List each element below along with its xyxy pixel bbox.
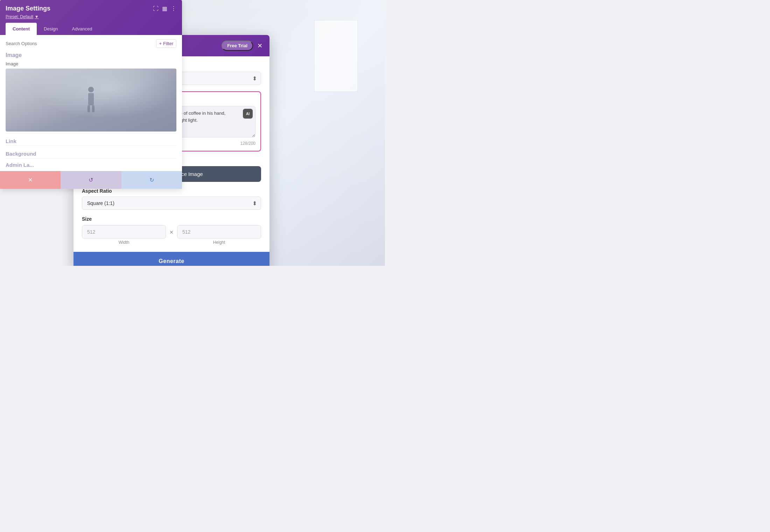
modal-close-button[interactable]: ✕ (257, 43, 262, 49)
modal-footer: Generate (74, 252, 270, 266)
person-silhouette (84, 86, 98, 114)
svg-rect-1 (88, 93, 94, 105)
undo-button[interactable]: ↺ (61, 171, 121, 189)
preset-selector[interactable]: Preset: Default ▼ (6, 14, 176, 19)
svg-rect-3 (92, 105, 94, 112)
office-window-decoration (315, 21, 357, 91)
panel-body: + Filter Image Image Link Background Adm… (0, 35, 182, 172)
svg-point-0 (88, 87, 94, 92)
tab-advanced[interactable]: Advanced (65, 23, 99, 35)
tab-content[interactable]: Content (6, 23, 37, 35)
modal-header-right: Free Trial ✕ (222, 41, 262, 51)
panel-title-row: Image Settings ⛶ ▦ ⋮ (6, 5, 176, 12)
panel-title-icons: ⛶ ▦ ⋮ (153, 5, 176, 12)
height-label: Height (213, 240, 225, 245)
aspect-ratio-wrapper: Square (1:1) Landscape (16:9) Portrait (… (82, 197, 261, 210)
undo-icon: ↺ (89, 177, 93, 183)
filter-button[interactable]: + Filter (156, 39, 176, 48)
ai-enhance-button[interactable]: AI (243, 109, 253, 119)
free-trial-badge[interactable]: Free Trial (222, 41, 253, 51)
image-preview (6, 69, 176, 132)
width-label: Width (119, 240, 130, 245)
cancel-icon: ✕ (28, 177, 33, 183)
columns-icon[interactable]: ▦ (162, 5, 167, 12)
image-settings-panel: Image Settings ⛶ ▦ ⋮ Preset: Default ▼ C… (0, 0, 182, 189)
svg-rect-2 (88, 105, 90, 112)
generate-button[interactable]: Generate (74, 252, 270, 266)
width-input[interactable] (82, 225, 166, 239)
section-link-label: Link (6, 138, 176, 144)
divider-1 (6, 133, 176, 133)
aspect-ratio-select[interactable]: Square (1:1) Landscape (16:9) Portrait (… (82, 197, 261, 210)
section-background-label: Background (6, 151, 176, 157)
panel-header: Image Settings ⛶ ▦ ⋮ Preset: Default ▼ C… (0, 0, 182, 35)
size-row: Width ✕ Height (82, 225, 261, 245)
search-row: + Filter (6, 39, 176, 48)
size-section: Size Width ✕ Height (82, 216, 261, 245)
section-image-label: Image (6, 52, 176, 58)
size-label: Size (82, 216, 261, 222)
panel-tabs: Content Design Advanced (6, 23, 176, 35)
panel-title: Image Settings (6, 5, 50, 12)
width-wrapper: Width (82, 225, 166, 245)
filter-label: Filter (163, 41, 173, 46)
bottom-actions: ✕ ↺ ↻ (0, 171, 182, 189)
image-sub-label: Image (6, 61, 176, 66)
height-wrapper: Height (177, 225, 261, 245)
divider-3 (6, 158, 176, 158)
expand-icon[interactable]: ⛶ (153, 6, 159, 12)
filter-plus-icon: + (159, 41, 162, 46)
size-x-divider: ✕ (169, 229, 174, 235)
section-admin-label: Admin La... (6, 162, 176, 168)
more-options-icon[interactable]: ⋮ (171, 5, 176, 12)
aspect-ratio-label: Aspect Ratio (82, 188, 261, 194)
tab-design[interactable]: Design (37, 23, 65, 35)
search-options-input[interactable] (6, 41, 153, 46)
height-input[interactable] (177, 225, 261, 239)
cancel-button[interactable]: ✕ (0, 171, 61, 189)
redo-icon: ↻ (149, 177, 154, 183)
divider-2 (6, 146, 176, 146)
redo-button[interactable]: ↻ (121, 171, 182, 189)
image-preview-content (6, 69, 176, 132)
